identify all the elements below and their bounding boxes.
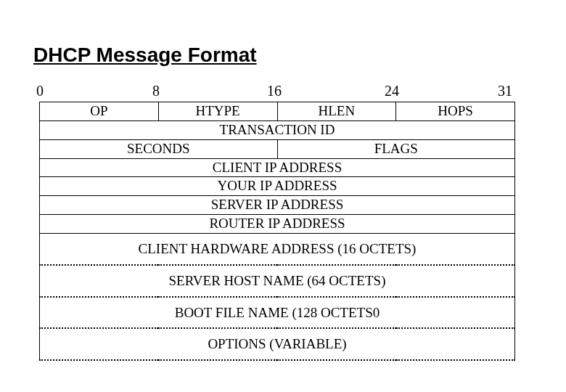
field-hlen: HLEN: [277, 102, 396, 121]
field-options: OPTIONS (VARIABLE): [40, 328, 515, 360]
field-server-ip: SERVER IP ADDRESS: [40, 196, 515, 215]
bit-16: 16: [267, 83, 282, 99]
bit-24: 24: [385, 83, 399, 99]
row-client-ip: CLIENT IP ADDRESS: [40, 158, 515, 177]
bit-8: 8: [152, 83, 160, 99]
field-hops: HOPS: [396, 102, 515, 121]
field-client-ip: CLIENT IP ADDRESS: [40, 158, 515, 177]
field-router-ip: ROUTER IP ADDRESS: [40, 215, 515, 234]
field-server-host: SERVER HOST NAME (64 OCTETS): [40, 265, 515, 297]
row-seconds-flags: SECONDS FLAGS: [40, 139, 515, 158]
row-server-host: SERVER HOST NAME (64 OCTETS): [40, 265, 515, 297]
field-your-ip: YOUR IP ADDRESS: [40, 177, 515, 196]
row-router-ip: ROUTER IP ADDRESS: [40, 215, 515, 234]
bit-ruler: 0 8 16 24 31: [36, 83, 515, 102]
field-op: OP: [40, 102, 159, 121]
row-options: OPTIONS (VARIABLE): [40, 328, 515, 360]
message-format-table: OP HTYPE HLEN HOPS TRANSACTION ID SECOND…: [39, 102, 515, 361]
field-transaction-id: TRANSACTION ID: [40, 121, 515, 139]
row-boot-file: BOOT FILE NAME (128 OCTETS0: [40, 297, 515, 329]
row-server-ip: SERVER IP ADDRESS: [40, 196, 515, 215]
field-seconds: SECONDS: [40, 139, 278, 158]
diagram-title: DHCP Message Format: [33, 44, 533, 67]
field-client-hw: CLIENT HARDWARE ADDRESS (16 OCTETS): [40, 233, 515, 264]
field-flags: FLAGS: [277, 139, 515, 158]
row-your-ip: YOUR IP ADDRESS: [40, 177, 515, 196]
bit-31: 31: [498, 83, 512, 99]
bit-0: 0: [36, 83, 44, 99]
row-transaction-id: TRANSACTION ID: [40, 121, 515, 139]
row-client-hw: CLIENT HARDWARE ADDRESS (16 OCTETS): [40, 233, 515, 264]
field-boot-file: BOOT FILE NAME (128 OCTETS0: [40, 297, 515, 329]
field-htype: HTYPE: [158, 102, 277, 121]
row-op-htype-hlen-hops: OP HTYPE HLEN HOPS: [40, 102, 515, 121]
